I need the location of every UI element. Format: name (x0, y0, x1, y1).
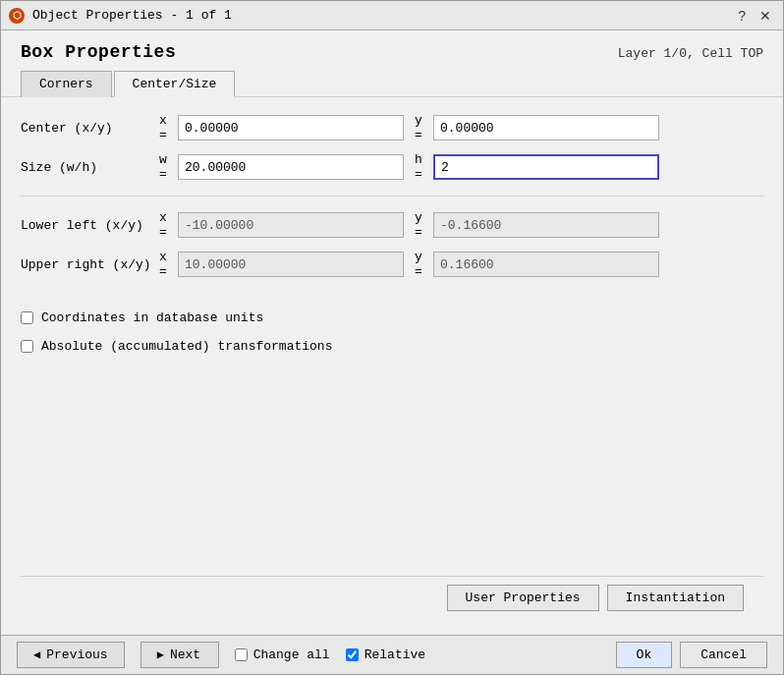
bottom-spacer (21, 364, 763, 566)
title-bar-controls: ? ✕ (734, 8, 775, 24)
next-button[interactable]: ▶ Next (140, 642, 219, 668)
absolute-checkbox[interactable] (21, 340, 33, 353)
size-row: Size (w/h) w = h = (21, 152, 763, 182)
lower-left-label: Lower left (x/y) (21, 218, 148, 233)
change-all-item: Change all (235, 647, 330, 662)
relative-item: Relative (346, 647, 425, 662)
next-label: Next (170, 647, 200, 662)
change-all-label: Change all (253, 647, 330, 662)
instantiation-button[interactable]: Instantiation (607, 585, 744, 611)
tabs-row: Corners Center/Size (1, 70, 783, 97)
help-button[interactable]: ? (734, 8, 750, 24)
center-x-eq: x = (154, 113, 172, 142)
db-units-row: Coordinates in database units (21, 310, 763, 325)
content-area: Center (x/y) x = y = Size (w/h) w = h = … (1, 97, 783, 635)
absolute-label: Absolute (accumulated) transformations (41, 339, 332, 354)
size-h-input[interactable] (433, 154, 659, 180)
size-label: Size (w/h) (21, 160, 148, 175)
box-properties-title: Box Properties (21, 42, 176, 62)
title-bar: ⬡ Object Properties - 1 of 1 ? ✕ (1, 1, 783, 30)
size-w-eq: w = (154, 152, 172, 182)
tab-center-size[interactable]: Center/Size (114, 71, 236, 97)
previous-label: Previous (46, 647, 107, 662)
lower-left-x-input (178, 212, 404, 238)
main-window: ⬡ Object Properties - 1 of 1 ? ✕ Box Pro… (0, 0, 784, 675)
app-icon: ⬡ (9, 8, 25, 24)
window-body: Box Properties Layer 1/0, Cell TOP Corne… (1, 30, 783, 635)
absolute-row: Absolute (accumulated) transformations (21, 339, 763, 354)
upper-right-row: Upper right (x/y) x = y = (21, 250, 763, 279)
previous-arrow-icon: ◀ (33, 647, 40, 662)
user-properties-button[interactable]: User Properties (447, 585, 599, 611)
upper-right-y-eq: y = (410, 250, 427, 279)
tab-corners[interactable]: Corners (21, 71, 112, 97)
db-units-checkbox[interactable] (21, 311, 33, 324)
footer-checks: Change all Relative (235, 647, 600, 662)
change-all-checkbox[interactable] (235, 648, 248, 661)
upper-right-label: Upper right (x/y) (21, 257, 148, 272)
bottom-buttons-row: User Properties Instantiation (21, 576, 763, 619)
center-row: Center (x/y) x = y = (21, 113, 763, 142)
center-y-eq: y = (410, 113, 427, 142)
upper-right-x-input (178, 252, 404, 277)
footer-row: ◀ Previous ▶ Next Change all Relative Ok… (1, 635, 783, 674)
size-w-input[interactable] (178, 154, 404, 180)
separator-1 (21, 196, 763, 197)
size-h-eq: h = (410, 152, 427, 182)
relative-label: Relative (364, 647, 425, 662)
box-properties-header: Box Properties Layer 1/0, Cell TOP (1, 30, 783, 70)
lower-left-x-eq: x = (154, 210, 172, 240)
title-bar-left: ⬡ Object Properties - 1 of 1 (9, 8, 232, 24)
divider-1 (21, 289, 763, 297)
previous-button[interactable]: ◀ Previous (17, 642, 125, 668)
cancel-button[interactable]: Cancel (680, 642, 767, 668)
upper-right-x-eq: x = (154, 250, 172, 279)
window-title: Object Properties - 1 of 1 (32, 8, 232, 23)
lower-left-y-eq: y = (410, 210, 427, 240)
db-units-label: Coordinates in database units (41, 310, 263, 325)
center-x-input[interactable] (178, 115, 404, 141)
ok-button[interactable]: Ok (616, 642, 673, 668)
layer-info: Layer 1/0, Cell TOP (618, 46, 763, 61)
center-y-input[interactable] (433, 115, 659, 141)
relative-checkbox[interactable] (346, 648, 359, 661)
close-button[interactable]: ✕ (756, 8, 775, 24)
lower-left-row: Lower left (x/y) x = y = (21, 210, 763, 240)
next-arrow-icon: ▶ (157, 647, 164, 662)
footer-right-btns: Ok Cancel (616, 642, 767, 668)
upper-right-y-input (433, 252, 659, 277)
lower-left-y-input (433, 212, 659, 238)
center-label: Center (x/y) (21, 121, 148, 136)
